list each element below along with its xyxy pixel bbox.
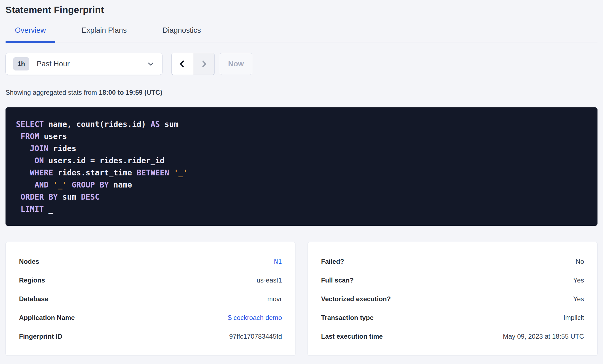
row-label: Nodes: [19, 258, 39, 265]
sql-line: JOIN rides: [16, 143, 589, 155]
row-label: Fingerprint ID: [19, 333, 62, 340]
row-value: Yes: [573, 276, 584, 284]
stats-time-range: 18:00 to 19:59 (UTC): [99, 89, 162, 96]
tab-overview[interactable]: Overview: [6, 26, 55, 42]
row-label: Last execution time: [321, 333, 383, 340]
sql-line: LIMIT _: [16, 203, 589, 215]
application-name-link[interactable]: $ cockroach demo: [228, 314, 282, 322]
time-range-pager: [171, 53, 215, 75]
nodes-link[interactable]: N1: [274, 258, 282, 265]
row-value: No: [575, 258, 584, 265]
row-value: 97ffc170783445fd: [229, 333, 282, 340]
page-title: Statement Fingerprint: [6, 4, 597, 15]
row-value: us-east1: [257, 276, 282, 284]
sql-statement-box: SELECT name, count(rides.id) AS sum FROM…: [6, 107, 597, 226]
interval-badge: 1h: [13, 57, 29, 70]
chevron-down-icon: [146, 60, 155, 68]
detail-row-fingerprint-id: Fingerprint ID 97ffc170783445fd: [19, 327, 282, 346]
aggregated-stats-line: Showing aggregated stats from 18:00 to 1…: [6, 89, 597, 96]
details-cards-row: Nodes N1 Regions us-east1 Database movr …: [6, 242, 597, 356]
detail-row-database: Database movr: [19, 290, 282, 308]
row-label: Database: [19, 295, 48, 303]
time-picker-row: 1h Past Hour Now: [6, 53, 597, 75]
tab-explain-plans[interactable]: Explain Plans: [72, 26, 136, 42]
row-value: Yes: [573, 295, 584, 303]
detail-row-vectorized: Vectorized execution? Yes: [321, 290, 584, 308]
tab-diagnostics[interactable]: Diagnostics: [153, 26, 210, 42]
detail-row-last-execution: Last execution time May 09, 2023 at 18:5…: [321, 327, 584, 346]
row-label: Full scan?: [321, 276, 354, 284]
detail-row-failed: Failed? No: [321, 252, 584, 271]
time-range-selected-label: Past Hour: [37, 60, 70, 68]
sql-line: ORDER BY sum DESC: [16, 191, 589, 203]
detail-row-full-scan: Full scan? Yes: [321, 271, 584, 290]
statement-details-card-right: Failed? No Full scan? Yes Vectorized exe…: [308, 242, 597, 356]
row-value: movr: [267, 295, 282, 303]
sql-line: AND '_' GROUP BY name: [16, 179, 589, 191]
tab-bar: Overview Explain Plans Diagnostics: [6, 26, 597, 42]
row-value: Implicit: [563, 314, 584, 322]
row-label: Application Name: [19, 314, 75, 322]
sql-code: SELECT name, count(rides.id) AS sum FROM…: [16, 118, 589, 215]
row-label: Regions: [19, 276, 45, 284]
statement-details-card-left: Nodes N1 Regions us-east1 Database movr …: [6, 242, 295, 356]
row-label: Transaction type: [321, 314, 374, 322]
time-range-dropdown[interactable]: 1h Past Hour: [6, 53, 162, 75]
sql-line: WHERE rides.start_time BETWEEN '_': [16, 167, 589, 179]
detail-row-application-name: Application Name $ cockroach demo: [19, 308, 282, 327]
detail-row-transaction-type: Transaction type Implicit: [321, 308, 584, 327]
statement-fingerprint-page: Statement Fingerprint Overview Explain P…: [0, 0, 603, 356]
detail-row-nodes: Nodes N1: [19, 252, 282, 271]
row-label: Vectorized execution?: [321, 295, 391, 303]
row-label: Failed?: [321, 258, 344, 265]
stats-line-prefix: Showing aggregated stats from: [6, 89, 99, 96]
sql-line: FROM users: [16, 131, 589, 143]
now-button[interactable]: Now: [220, 53, 252, 75]
sql-line: ON users.id = rides.rider_id: [16, 155, 589, 167]
row-value: May 09, 2023 at 18:55 UTC: [503, 333, 584, 340]
chevron-left-icon: [178, 59, 187, 69]
prev-range-button[interactable]: [172, 53, 193, 75]
next-range-button[interactable]: [193, 53, 214, 75]
sql-line: SELECT name, count(rides.id) AS sum: [16, 118, 589, 131]
detail-row-regions: Regions us-east1: [19, 271, 282, 290]
chevron-right-icon: [199, 59, 209, 69]
